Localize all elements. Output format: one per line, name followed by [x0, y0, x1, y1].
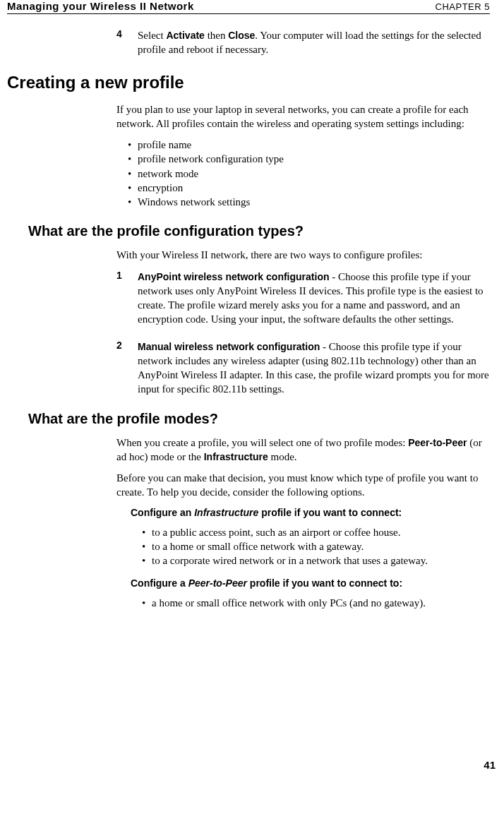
text: then	[205, 30, 228, 41]
text: Select	[138, 30, 166, 41]
list-item: to a corporate wired network or in a net…	[142, 553, 490, 568]
config-type-2: 2 Manual wireless network configuration …	[116, 340, 490, 397]
config-name: Manual wireless network configuration	[138, 341, 320, 352]
text: profile if you want to connect to:	[247, 577, 402, 589]
peer-to-peer-list: a home or small office network with only…	[131, 596, 490, 610]
intro-paragraph: If you plan to use your laptop in severa…	[116, 102, 490, 131]
peer-to-peer-label: Peer-to-Peer	[408, 437, 467, 448]
activate-label: Activate	[166, 30, 204, 41]
peer-to-peer-italic: Peer-to-Peer	[188, 577, 247, 589]
infrastructure-italic: Infrastructure	[194, 507, 258, 518]
text: When you create a profile, you will sele…	[116, 437, 408, 448]
step-text: AnyPoint wireless network configuration …	[138, 270, 490, 327]
list-item: profile name	[128, 138, 490, 152]
modes-paragraph-2: Before you can make that decision, you m…	[116, 471, 490, 500]
header-chapter: CHAPTER 5	[436, 1, 490, 12]
heading-config-types: What are the profile configuration types…	[28, 223, 490, 239]
heading-profile-modes: What are the profile modes?	[28, 411, 490, 427]
peer-to-peer-heading: Configure a Peer-to-Peer profile if you …	[131, 577, 490, 589]
text: Configure an	[131, 507, 194, 518]
config-types-body: With your Wireless II network, there are…	[116, 248, 490, 396]
settings-list: profile name profile network configurati…	[116, 138, 490, 209]
page-number: 41	[484, 759, 496, 771]
list-item: encryption	[128, 181, 490, 195]
infrastructure-label: Infrastructure	[204, 451, 268, 462]
page: Managing your Wireless II Network CHAPTE…	[0, 0, 504, 777]
infrastructure-list: to a public access point, such as an air…	[131, 525, 490, 568]
text: mode.	[268, 451, 297, 462]
list-item: profile network configuration type	[128, 152, 490, 166]
list-item: a home or small office network with only…	[142, 596, 490, 610]
list-item: Windows network settings	[128, 195, 490, 209]
text: Configure a	[131, 577, 188, 589]
modes-body: When you create a profile, you will sele…	[116, 436, 490, 611]
config-name: AnyPoint wireless network configuration	[138, 271, 329, 282]
config-type-1: 1 AnyPoint wireless network configuratio…	[116, 270, 490, 327]
text: profile if you want to connect:	[258, 507, 402, 518]
heading-creating-profile: Creating a new profile	[7, 73, 490, 92]
section-body: If you plan to use your laptop in severa…	[116, 102, 490, 210]
close-label: Close	[228, 30, 255, 41]
step-text: Select Activate then Close. Your compute…	[138, 28, 490, 57]
modes-paragraph-1: When you create a profile, you will sele…	[116, 436, 490, 465]
step-number: 4	[116, 28, 138, 57]
step-number: 1	[116, 270, 138, 327]
list-item: to a public access point, such as an air…	[142, 525, 490, 539]
body-content: 4 Select Activate then Close. Your compu…	[116, 28, 490, 57]
list-item: network mode	[128, 167, 490, 181]
infrastructure-heading: Configure an Infrastructure profile if y…	[131, 507, 490, 518]
page-header: Managing your Wireless II Network CHAPTE…	[7, 0, 490, 14]
config-types-intro: With your Wireless II network, there are…	[116, 248, 490, 262]
step-number: 2	[116, 340, 138, 397]
step-text: Manual wireless network configuration - …	[138, 340, 490, 397]
step-4: 4 Select Activate then Close. Your compu…	[116, 28, 490, 57]
list-item: to a home or small office network with a…	[142, 539, 490, 553]
header-title: Managing your Wireless II Network	[7, 0, 194, 12]
